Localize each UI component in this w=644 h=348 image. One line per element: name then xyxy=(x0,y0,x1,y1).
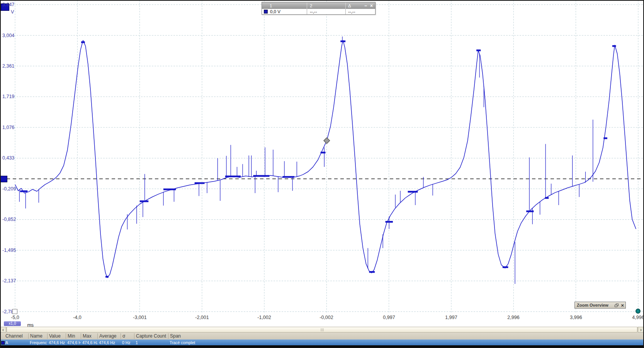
y-axis-tick-label: -2,78 xyxy=(2,309,14,314)
measurement-cell: 474,6 Hz xyxy=(81,340,97,345)
y-axis-tick-label: 2,361 xyxy=(2,63,14,69)
cursor-delta-header: Δ xyxy=(345,2,364,9)
y-axis-tick-label: 1,076 xyxy=(2,125,14,130)
x-scale-badge: x1,0 xyxy=(4,321,21,326)
measurement-header-σ[interactable]: σ xyxy=(121,333,134,339)
zoom-overview-restore-icon[interactable] xyxy=(615,304,619,307)
x-axis-tick-label: -3,001 xyxy=(133,315,146,320)
waveform-plot-area[interactable]: 3,6473,0042,3611,7191,0760,433-0,209-0,8… xyxy=(0,0,644,314)
channel-a-zero-offset-marker[interactable] xyxy=(0,176,7,182)
y-axis-tick-label: 3,647 xyxy=(2,2,14,7)
scrollbar-grip xyxy=(321,328,323,331)
measurements-table-header: ChannelNameValueMinMaxAverageσCapture Co… xyxy=(0,333,644,340)
measurements-table-row[interactable]: AFrequency474,6 Hz474,6 Hz474,6 Hz474,6 … xyxy=(0,340,644,345)
measurement-header-capture-count[interactable]: Capture Count xyxy=(134,333,168,339)
x-axis-strip: -5,0-4,0-3,001-2,001-1,002-0,0020,9971,9… xyxy=(0,314,644,327)
measurement-cell: 474,6 Hz xyxy=(97,340,121,345)
measurement-cell: 474,6 Hz xyxy=(66,340,81,345)
channel-a-color-swatch xyxy=(264,10,268,14)
y-axis-tick-label: -2,137 xyxy=(2,278,16,283)
y-axis-tick-label: 3,004 xyxy=(2,33,14,38)
cursor-2-header: 2 xyxy=(307,2,345,9)
cursor-panel-minimize-button[interactable]: − xyxy=(364,4,367,8)
y-axis-tick-label: 0,433 xyxy=(2,155,14,161)
scroll-right-button[interactable]: › xyxy=(638,327,644,333)
x-axis-tick-label: -5,0 xyxy=(11,315,19,320)
x-axis-tick-label: 1,997 xyxy=(445,315,457,320)
x-axis-tick-label: -1,002 xyxy=(257,315,271,320)
x-axis-tick-label: 3,996 xyxy=(570,315,582,320)
cursor-panel-values-row: 0,0 V --,-- --,-- xyxy=(262,9,375,14)
y-axis-tick-label: -0,852 xyxy=(2,217,16,222)
y-axis-tick-label: -0,209 xyxy=(2,186,16,192)
cursor-1-value: 0,0 V xyxy=(270,9,280,14)
x-axis-tick-label: 0,997 xyxy=(383,315,395,320)
measurement-header-channel[interactable]: Channel xyxy=(0,333,28,339)
measurement-header-average[interactable]: Average xyxy=(97,333,121,339)
x-axis-tick-label: -0,002 xyxy=(319,315,333,320)
measurement-cell: Tracé complet xyxy=(168,340,644,345)
measurement-header-span[interactable]: Span xyxy=(168,333,644,339)
measurement-header-max[interactable]: Max xyxy=(81,333,97,339)
scroll-left-icon: ‹ xyxy=(2,328,4,332)
y-axis-tick-label: 1,719 xyxy=(2,94,14,99)
bottom-edge-bar xyxy=(0,345,644,348)
cursor-delta-value: --,-- xyxy=(345,9,375,14)
measurement-cell: A xyxy=(0,340,28,345)
cursor-measurements-panel[interactable]: 1 2 Δ − × 0,0 V --,-- --,-- xyxy=(262,2,376,15)
cursor-panel-close-button[interactable]: × xyxy=(370,4,373,8)
measurement-header-min[interactable]: Min xyxy=(66,333,81,339)
measurement-cell: 474,6 Hz xyxy=(47,340,66,345)
measurement-header-name[interactable]: Name xyxy=(28,333,47,339)
horizontal-scrollbar[interactable]: ‹ › xyxy=(0,327,644,333)
zoom-overview-title: Zoom Overview xyxy=(575,303,615,307)
axis-corner-handle[interactable] xyxy=(12,309,17,314)
y-axis-tick-label: -1,495 xyxy=(2,248,16,253)
trigger-position-marker[interactable] xyxy=(636,309,641,314)
x-axis-tick-label: 4,996 xyxy=(632,315,644,320)
cursor-2-value: --,-- xyxy=(307,9,345,14)
measurement-cell: 0 Hz xyxy=(121,340,134,345)
cursor-panel-header: 1 2 Δ − × xyxy=(262,2,375,9)
waveform-chart xyxy=(0,0,644,314)
x-axis-scale-row: x1,0 ms xyxy=(0,321,34,326)
zoom-overview-titlebar[interactable]: Zoom Overview × xyxy=(574,302,626,309)
x-axis-tick-label: 2,996 xyxy=(507,315,519,320)
measurement-cell: 1 xyxy=(134,340,168,345)
channel-a-row-swatch xyxy=(1,341,5,345)
x-axis-tick-label: -4,0 xyxy=(73,315,82,320)
zoom-overview-close-icon[interactable]: × xyxy=(621,303,624,307)
measurement-header-value[interactable]: Value xyxy=(47,333,66,339)
measurement-cell: Frequency xyxy=(28,340,47,345)
cursor-1-header: 1 xyxy=(262,2,307,9)
scroll-left-button[interactable]: ‹ xyxy=(0,327,6,333)
waveform-diamond-marker[interactable] xyxy=(324,138,330,144)
waveform-trace xyxy=(15,40,636,278)
x-axis-tick-label: -2,001 xyxy=(195,315,209,320)
scrollbar-thumb[interactable] xyxy=(7,327,637,333)
y-axis-unit: V xyxy=(11,9,14,15)
scroll-right-icon: › xyxy=(640,328,642,332)
